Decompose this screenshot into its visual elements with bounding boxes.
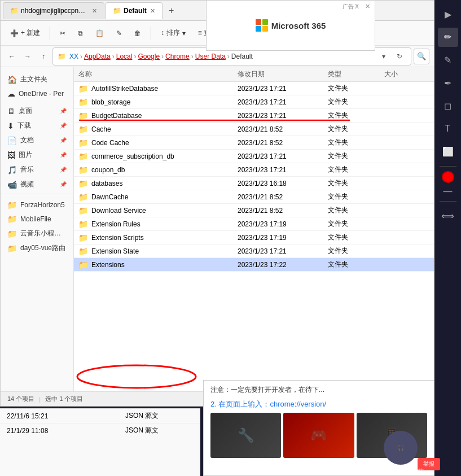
col-date[interactable]: 修改日期	[238, 69, 328, 79]
folder-icon: 📁	[78, 111, 88, 120]
file-row-coupon[interactable]: 📁coupon_db 2023/1/23 17:21 文件夹	[74, 163, 434, 177]
file-row-commerce[interactable]: 📁commerce_subscription_db 2023/1/23 17:2…	[74, 150, 434, 163]
forward-button[interactable]: →	[21, 50, 34, 63]
back-button[interactable]: ←	[5, 50, 19, 63]
search-button[interactable]: 🔍	[414, 49, 429, 64]
file-list: 名称 修改日期 类型 大小 📁AutofillStrikeDatabase 20…	[74, 67, 434, 391]
sort-button[interactable]: ↕ 排序 ▾	[156, 25, 190, 41]
music-icon: 🎵	[7, 165, 17, 174]
col-type[interactable]: 类型	[328, 69, 384, 79]
sidebar-item-downloads[interactable]: ⬇ 下载 📌	[3, 119, 71, 133]
sidebar-item-forza[interactable]: 📁 ForzaHorizon5	[3, 198, 71, 212]
new-tab-button[interactable]: +	[164, 3, 179, 19]
right-tools-sep	[440, 166, 456, 167]
tab-close-1[interactable]: ✕	[92, 7, 97, 15]
text-tool[interactable]: T	[438, 119, 458, 139]
file-row-extension-scripts[interactable]: 📁Extension Scripts 2023/1/23 17:19 文件夹	[74, 231, 434, 244]
copy-button[interactable]: ⧉	[73, 27, 88, 40]
file-row-download-service[interactable]: 📁Download Service 2023/1/21 8:52 文件夹	[74, 204, 434, 217]
breadcrumb-chrome[interactable]: Chrome	[165, 53, 190, 60]
file-row-extensions[interactable]: 📁Extensions 2023/1/23 17:22 文件夹	[74, 258, 434, 272]
breadcrumb-appdata[interactable]: AppData	[84, 53, 111, 60]
sort-chevron-icon: ▾	[182, 29, 186, 37]
author-label: CSDN @谭锡祐	[384, 468, 424, 474]
sidebar: 🏠 主文件夹 ☁ OneDrive - Per 🖥 桌面 📌 ⬇ 下载 📌 📄 …	[1, 67, 74, 391]
new-button[interactable]: ➕ + 新建	[5, 25, 45, 41]
tab-close-2[interactable]: ✕	[150, 7, 155, 15]
pencil-tool-2[interactable]: ✎	[438, 50, 458, 70]
sidebar-item-videos[interactable]: 📹 视频 📌	[3, 177, 71, 191]
folder-icon: 📁	[78, 206, 88, 215]
col-size[interactable]: 大小	[384, 69, 429, 79]
arrows-tool[interactable]: ⟺	[438, 206, 458, 226]
file-row-extension-state[interactable]: 📁Extension State 2023/1/23 17:21 文件夹	[74, 244, 434, 258]
breadcrumb-refresh[interactable]: ↻	[393, 50, 406, 63]
paste-button[interactable]: 📋	[90, 27, 109, 40]
eraser-tool[interactable]: ⬜	[438, 142, 458, 162]
sidebar-item-mobilefile[interactable]: 📁 MobileFile	[3, 212, 71, 226]
new-label: + 新建	[21, 28, 40, 38]
sidebar-item-main-folder[interactable]: 🏠 主文件夹	[3, 72, 71, 86]
headphone-icon: 🎧	[397, 445, 404, 451]
file-row-blob[interactable]: 📁blob_storage 2023/1/23 17:21 文件夹	[74, 95, 434, 109]
support-button[interactable]: 🎧	[384, 431, 418, 465]
downloads-icon: ⬇	[7, 121, 14, 130]
breadcrumb-default[interactable]: Default	[231, 53, 253, 60]
cut-button[interactable]: ✂	[55, 27, 71, 40]
file-row-databases[interactable]: 📁databases 2023/1/23 16:18 文件夹	[74, 177, 434, 190]
file-row-dawncache[interactable]: 📁DawnCache 2023/1/21 8:52 文件夹	[74, 190, 434, 204]
line-tool[interactable]: —	[444, 186, 453, 196]
sidebar-onedrive-label: OneDrive - Per	[19, 90, 64, 98]
breadcrumb-dropdown[interactable]: ▾	[377, 50, 390, 63]
bottom-type-2: JSON 源文	[125, 426, 193, 435]
right-tools-panel: ▶ ✏ ✎ ✒ ◻ T ⬜ — ⟺	[434, 0, 461, 226]
breadcrumb-google[interactable]: Google	[138, 53, 160, 60]
up-button[interactable]: ↑	[37, 50, 50, 63]
pin-icon: 📌	[60, 108, 67, 114]
sidebar-main-folder-label: 主文件夹	[20, 75, 47, 84]
file-row-autofill[interactable]: 📁AutofillStrikeDatabase 2023/1/23 17:21 …	[74, 82, 434, 95]
bottom-row-2[interactable]: 21/1/29 11:08 JSON 源文	[0, 423, 200, 438]
highlighter-tool[interactable]: ◻	[438, 96, 458, 116]
pencil-tool-1[interactable]: ✏	[438, 28, 458, 47]
folder-icon: 📁	[78, 179, 88, 188]
rename-button[interactable]: ✎	[111, 27, 127, 40]
folder-icon: 📁	[78, 138, 88, 147]
bottom-row-1[interactable]: 22/11/6 15:21 JSON 源文	[0, 409, 200, 423]
step2-text[interactable]: 2. 在页面上输入：chrome://version/	[210, 399, 427, 409]
color-red-circle[interactable]	[442, 171, 454, 183]
breadcrumb-xx[interactable]: XX	[69, 53, 78, 60]
breadcrumb-local[interactable]: Local	[116, 53, 133, 60]
pencil-icon-2: ✎	[444, 55, 451, 65]
sidebar-item-pictures[interactable]: 🖼 图片 📌	[3, 148, 71, 162]
text-icon: T	[445, 124, 451, 134]
tab-icon: 📁	[10, 7, 19, 15]
sidebar-item-documents[interactable]: 📄 文档 📌	[3, 133, 71, 147]
col-name[interactable]: 名称	[78, 69, 238, 79]
file-row-budget[interactable]: 📁BudgetDatabase 2023/1/23 17:21 文件夹	[74, 109, 434, 123]
sidebar-item-onedrive[interactable]: ☁ OneDrive - Per	[3, 87, 71, 101]
day05-icon: 📁	[7, 244, 17, 253]
file-row-cache[interactable]: 📁Cache 2023/1/21 8:52 文件夹	[74, 123, 434, 136]
ad-close-button[interactable]: ✕	[365, 3, 370, 10]
sidebar-item-desktop[interactable]: 🖥 桌面 📌	[3, 104, 71, 118]
note-text: 注意：一定先要打开开发者，在待下...	[210, 385, 427, 395]
pin-icon-doc: 📌	[60, 137, 67, 143]
cursor-tool[interactable]: ▶	[438, 5, 458, 24]
report-label: 举报	[423, 461, 434, 467]
sidebar-item-music[interactable]: 🎵 音乐 📌	[3, 163, 71, 177]
file-row-codecache[interactable]: 📁Code Cache 2023/1/21 8:52 文件夹	[74, 136, 434, 150]
file-row-extension-rules[interactable]: 📁Extension Rules 2023/1/23 17:19 文件夹	[74, 217, 434, 231]
ms-grid	[256, 19, 268, 32]
toolbar-sep-2	[151, 27, 151, 40]
sidebar-item-yunmusic[interactable]: 📁 云音乐小程序视	[3, 226, 71, 241]
delete-button[interactable]: 🗑	[129, 27, 146, 40]
sidebar-item-day05[interactable]: 📁 day05-vue路由	[3, 241, 71, 255]
delete-icon: 🗑	[134, 29, 141, 37]
pencil-tool-3[interactable]: ✒	[438, 73, 458, 93]
breadcrumb-userdata[interactable]: User Data	[195, 53, 226, 60]
ad-banner: 广告 X ✕ Microsoft 365	[206, 0, 375, 51]
pin-icon-pic: 📌	[60, 152, 67, 158]
tab-default[interactable]: 📁 Default ✕	[106, 2, 163, 19]
tab-nhdogjme[interactable]: 📁 nhdogjmejiglipccpnnnanhblec... ✕	[3, 2, 104, 19]
